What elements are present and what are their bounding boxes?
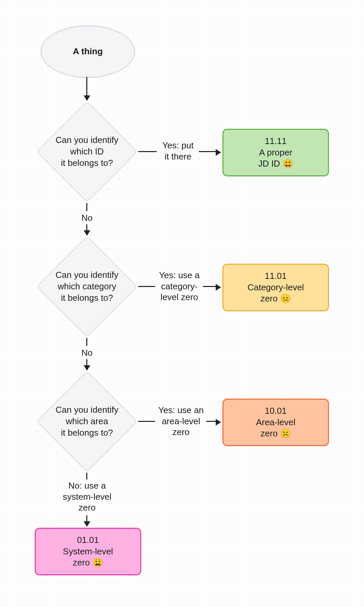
start-node: A thing xyxy=(40,25,135,78)
edge-d2-no-label: No xyxy=(80,347,94,358)
decision-category-question: Can you identify which category it belon… xyxy=(56,269,118,304)
decision-category-text: Can you identify which category it belon… xyxy=(36,236,138,337)
edge-d3-no-line2 xyxy=(86,515,87,521)
edge-d3-yes-label: Yes: use an area-level zero xyxy=(156,405,206,438)
decision-id-text: Can you identify which ID it belongs to? xyxy=(36,101,138,202)
edge-d3-yes-line1 xyxy=(138,421,155,422)
edge-d3-yes-arrow xyxy=(216,419,221,426)
edge-d1-yes-line1 xyxy=(138,151,157,152)
result-proper-id: 11.11 A proper JD ID 😃 xyxy=(222,129,329,176)
edge-d2-no-line1 xyxy=(86,338,87,346)
result-system-zero: 01.01 System-level zero 😩 xyxy=(35,528,141,575)
edge-d1-no-line1 xyxy=(86,203,87,211)
result-area-zero: 10.01 Area-level zero ☹️ xyxy=(222,399,329,446)
edge-d1-yes-line2 xyxy=(199,151,216,152)
result-area-zero-text: Area-level zero ☹️ xyxy=(256,417,295,440)
result-system-zero-code: 01.01 xyxy=(77,534,99,546)
decision-id-question: Can you identify which ID it belongs to? xyxy=(56,135,118,169)
result-category-zero-text: Category-level zero 😐 xyxy=(247,282,304,305)
edge-d2-no-arrow xyxy=(84,365,90,371)
decision-area-question: Can you identify which area it belongs t… xyxy=(56,404,118,438)
start-label: A thing xyxy=(73,46,103,57)
result-area-zero-code: 10.01 xyxy=(265,405,286,417)
edge-d1-no-arrow xyxy=(84,230,90,236)
result-system-zero-text: System-level zero 😩 xyxy=(63,546,113,569)
edge-d3-no-label: No: use a system-level zero xyxy=(59,480,115,513)
edge-d3-yes-line2 xyxy=(206,421,216,422)
result-category-zero-code: 11.01 xyxy=(265,270,286,282)
result-category-zero: 11.01 Category-level zero 😐 xyxy=(222,264,329,311)
edge-d1-yes-arrow xyxy=(216,149,221,156)
edge-d1-no-line2 xyxy=(86,224,87,230)
result-proper-id-text: A proper JD ID 😃 xyxy=(258,147,293,170)
decision-area-text: Can you identify which area it belongs t… xyxy=(36,371,138,472)
decision-area: Can you identify which area it belongs t… xyxy=(36,371,138,472)
edge-d2-yes-label: Yes: use a category- level zero xyxy=(156,270,203,303)
decision-category: Can you identify which category it belon… xyxy=(36,236,138,337)
edge-d3-no-line1 xyxy=(86,473,87,480)
edge-d2-yes-line2 xyxy=(203,286,216,287)
edge-d2-no-line2 xyxy=(86,359,87,365)
edge-d3-no-arrow xyxy=(84,521,90,527)
edge-start-d1-arrow xyxy=(84,95,90,101)
result-proper-id-code: 11.11 xyxy=(265,136,286,147)
edge-d1-no-label: No xyxy=(80,212,94,224)
edge-d2-yes-line1 xyxy=(138,286,155,287)
edge-d1-yes-label: Yes: put it there xyxy=(158,140,198,162)
decision-id: Can you identify which ID it belongs to? xyxy=(36,101,138,202)
edge-d2-yes-arrow xyxy=(216,284,221,291)
edge-start-d1-line xyxy=(86,77,87,95)
